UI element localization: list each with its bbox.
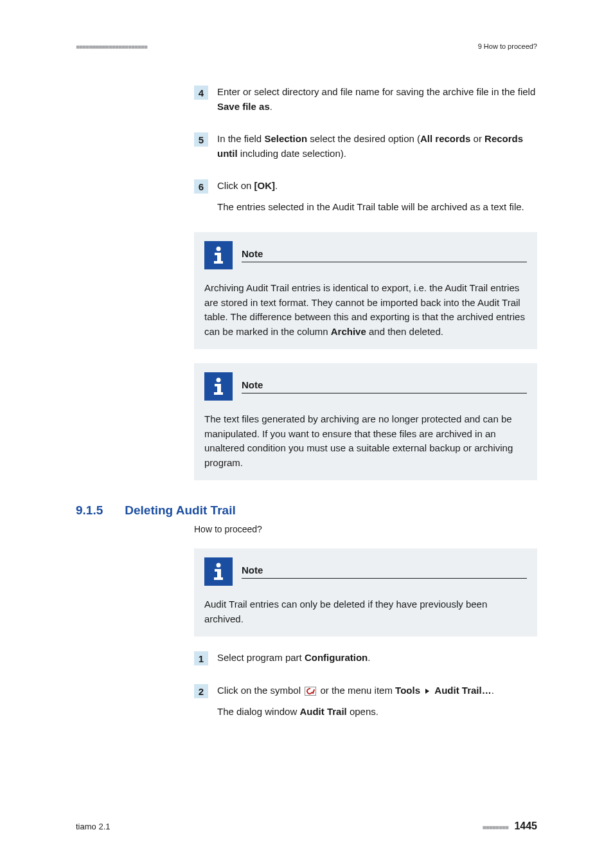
audit-trail-symbol-icon [305, 687, 316, 696]
step-body: Enter or select directory and file name … [217, 85, 537, 114]
svg-rect-11 [214, 577, 223, 580]
text [420, 685, 423, 696]
procedure-step: 4Enter or select directory and file name… [194, 85, 537, 114]
text: The text files generated by archiving ar… [204, 413, 513, 468]
text: In the field [217, 133, 264, 144]
text: . [275, 180, 278, 191]
bold-text: Tools [395, 685, 420, 696]
svg-rect-6 [217, 384, 221, 393]
section-number: 9.1.5 [76, 503, 103, 518]
text: Enter or select directory and file name … [217, 86, 535, 97]
bold-text: Selection [264, 133, 307, 144]
step-body: In the field Selection select the desire… [217, 132, 537, 161]
note-box: NoteAudit Trail entries can only be dele… [194, 548, 537, 637]
step-paragraph: The entries selected in the Audit Trail … [217, 200, 537, 215]
step-number: 6 [194, 179, 208, 194]
note-rule [242, 393, 527, 393]
svg-point-0 [217, 247, 221, 251]
svg-rect-3 [214, 261, 223, 264]
step-paragraph: Select program part Configuration. [217, 651, 537, 665]
note-title-row: Note [242, 379, 527, 393]
note-title: Note [242, 379, 527, 390]
step-number: 4 [194, 86, 208, 100]
text: . [270, 101, 272, 112]
text: or [470, 133, 484, 144]
menu-arrow-icon [425, 689, 429, 694]
step-number: 1 [194, 651, 208, 665]
text: The dialog window [217, 706, 299, 717]
how-to-proceed-label: How to proceed? [194, 524, 537, 534]
svg-rect-10 [217, 569, 221, 579]
note-title-row: Note [242, 248, 527, 262]
note-rule [242, 262, 527, 262]
procedure-step: 2Click on the symbol or the menu item To… [194, 683, 537, 719]
step-number: 2 [194, 684, 208, 698]
section-title: Deleting Audit Trail [125, 503, 235, 518]
text: opens. [347, 706, 378, 717]
bold-text: Audit Trail [299, 706, 346, 717]
note-title: Note [242, 248, 527, 259]
text: Select program part [217, 652, 305, 663]
note-title-row: Note [242, 565, 527, 579]
step-body: Click on [OK].The entries selected in th… [217, 179, 537, 214]
page-header: ■■■■■■■■■■■■■■■■■■■■■■ 9 How to proceed? [76, 42, 537, 50]
text: Audit Trail entries can only be deleted … [204, 599, 487, 624]
step-paragraph: Click on the symbol or the menu item Too… [217, 683, 537, 698]
procedure-step: 1Select program part Configuration. [194, 651, 537, 665]
bold-text: Audit Trail… [434, 685, 491, 696]
note-header: Note [204, 557, 527, 586]
text: . [492, 685, 494, 696]
text: . [368, 652, 370, 663]
header-chapter: 9 How to proceed? [478, 42, 537, 50]
footer-page-number: 1445 [514, 820, 537, 831]
bold-text: Archive [331, 326, 366, 337]
note-box: NoteThe text files generated by archivin… [194, 363, 537, 480]
text: or the menu item [317, 685, 395, 696]
bold-text: Save file as [217, 101, 270, 112]
note-header: Note [204, 241, 527, 269]
step-body: Click on the symbol or the menu item Too… [217, 683, 537, 719]
svg-point-8 [217, 563, 221, 568]
note-text: Audit Trail entries can only be deleted … [204, 597, 527, 626]
info-icon [204, 372, 233, 401]
info-icon [204, 241, 233, 269]
procedure-step: 5In the field Selection select the desir… [194, 132, 537, 161]
note-rule [242, 578, 527, 579]
step-body: Select program part Configuration. [217, 651, 537, 665]
procedure-step: 6Click on [OK].The entries selected in t… [194, 179, 537, 214]
step-number: 5 [194, 132, 208, 147]
bold-text: Configuration [305, 652, 368, 663]
note-text: The text files generated by archiving ar… [204, 412, 527, 470]
text: Click on the symbol [217, 685, 303, 696]
step-paragraph: In the field Selection select the desire… [217, 132, 537, 161]
svg-point-4 [217, 378, 221, 383]
text: The entries selected in the Audit Trail … [217, 201, 524, 212]
text: and then deleted. [366, 326, 443, 337]
section-heading: 9.1.5 Deleting Audit Trail [76, 503, 537, 518]
note-box: NoteArchiving Audit Trail entries is ide… [194, 232, 537, 349]
text: Click on [217, 180, 254, 191]
header-dots: ■■■■■■■■■■■■■■■■■■■■■■ [76, 43, 147, 50]
page-footer: tiamo 2.1 ■■■■■■■■ 1445 [76, 820, 537, 832]
step-paragraph: The dialog window Audit Trail opens. [217, 705, 537, 719]
svg-rect-7 [214, 392, 223, 395]
info-icon [204, 557, 233, 586]
bold-text: All records [420, 133, 470, 144]
note-title: Note [242, 565, 527, 575]
svg-rect-2 [217, 253, 221, 262]
footer-product: tiamo 2.1 [76, 822, 110, 831]
step-paragraph: Click on [OK]. [217, 179, 537, 194]
bold-text: [OK] [254, 180, 276, 191]
step-paragraph: Enter or select directory and file name … [217, 85, 537, 114]
note-text: Archiving Audit Trail entries is identic… [204, 281, 527, 339]
note-header: Note [204, 372, 527, 401]
text: including date selection). [238, 148, 346, 159]
text: select the desired option ( [307, 133, 420, 144]
footer-dots: ■■■■■■■■ [482, 824, 508, 831]
